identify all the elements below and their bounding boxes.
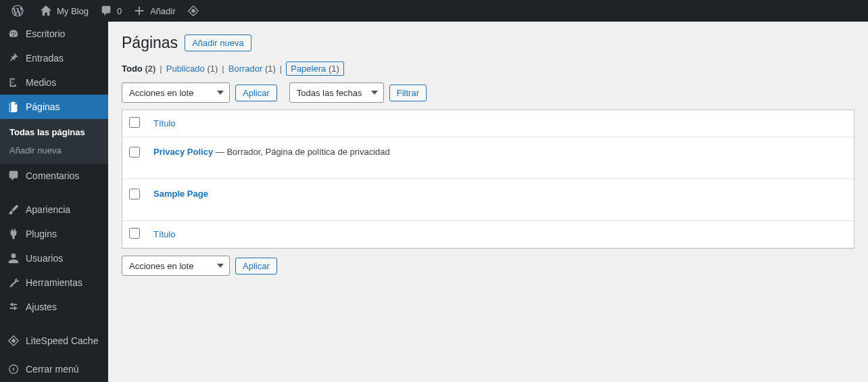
plus-icon [132,4,146,18]
collapse-icon [7,362,20,376]
menu-label: Herramientas [26,277,82,288]
menu-litespeed[interactable]: LiteSpeed Cache [0,329,108,353]
post-state: — Borrador, Página de política de privac… [213,147,390,157]
apply-button-bottom[interactable]: Aplicar [235,258,277,274]
menu-users[interactable]: Usuarios [0,246,108,270]
menu-label: Ajustes [26,302,57,312]
submenu-all-pages[interactable]: Todas las páginas [0,123,108,141]
menu-pages[interactable]: Páginas [0,95,108,119]
menu-label: Usuarios [26,253,63,264]
main-content: Páginas Añadir nueva Todo (2) | Publicad… [108,22,868,289]
add-new-button[interactable]: Añadir nueva [185,34,251,51]
menu-label: Entradas [26,53,64,64]
site-name-label: My Blog [57,6,89,16]
bulk-action-select-top[interactable]: Acciones en lote [122,82,230,103]
date-filter-select[interactable]: Todas las fechas [289,82,384,103]
menu-comments[interactable]: Comentarios [0,164,108,188]
filter-all[interactable]: Todo (2) [122,64,155,74]
filter-published[interactable]: Publicado (1) [166,64,218,74]
page-icon [7,100,20,114]
status-filters: Todo (2) | Publicado (1) | Borrador (1) … [122,62,854,76]
collapse-menu[interactable]: Cerrar menú [0,357,108,381]
table-row: Sample Page [122,179,854,221]
submenu-add-page[interactable]: Añadir nueva [0,141,108,160]
tablenav-bottom: Acciones en lote Aplicar [122,256,854,276]
menu-label: LiteSpeed Cache [26,335,98,346]
wp-logo-menu[interactable] [5,0,34,22]
filter-button[interactable]: Filtrar [389,85,427,101]
menu-posts[interactable]: Entradas [0,46,108,70]
pin-icon [7,51,20,65]
new-content-label: Añadir [150,6,176,16]
diamond-icon [187,4,200,18]
page-title: Páginas [122,34,178,52]
admin-sidebar: Escritorio Entradas Medios Páginas Todas… [0,22,108,382]
page-title-link[interactable]: Privacy Policy [153,147,213,157]
pages-table: Título Privacy Policy — Borrador, Página… [122,110,854,249]
menu-label: Medios [26,77,56,88]
menu-dashboard[interactable]: Escritorio [0,22,108,46]
menu-appearance[interactable]: Apariencia [0,197,108,222]
filter-draft[interactable]: Borrador (1) [228,64,276,74]
page-header: Páginas Añadir nueva [122,22,854,59]
litespeed-toolbar-icon[interactable] [181,0,210,22]
menu-settings[interactable]: Ajustes [0,295,108,319]
comment-icon [7,169,20,183]
brush-icon [7,203,20,216]
pages-submenu: Todas las páginas Añadir nueva [0,119,108,164]
home-icon [39,4,53,18]
admin-toolbar: My Blog 0 Añadir [0,0,868,22]
page-title-link[interactable]: Sample Page [153,189,208,199]
comments-link[interactable]: 0 [94,0,127,22]
tablenav-top: Acciones en lote Aplicar Todas las fecha… [122,82,854,103]
menu-label: Plugins [26,229,57,239]
select-all-footer [122,221,147,248]
menu-label: Comentarios [26,170,79,181]
comments-count: 0 [117,6,122,16]
table-row: Privacy Policy — Borrador, Página de pol… [122,137,854,179]
menu-plugins[interactable]: Plugins [0,222,108,246]
comment-icon [99,4,113,18]
menu-label: Escritorio [26,28,65,39]
filter-trash[interactable]: Papelera (1) [286,62,344,76]
menu-label: Páginas [26,101,60,112]
user-icon [7,252,20,265]
menu-media[interactable]: Medios [0,70,108,95]
diamond-icon [7,334,20,348]
column-title-footer[interactable]: Título [147,221,854,248]
apply-button-top[interactable]: Aplicar [235,85,277,101]
wordpress-icon [11,4,24,18]
select-all-checkbox-bottom[interactable] [129,228,140,239]
column-title-header[interactable]: Título [147,110,854,137]
dashboard-icon [7,27,20,41]
bulk-action-select-bottom[interactable]: Acciones en lote [122,256,230,276]
settings-icon [7,300,20,314]
site-name-link[interactable]: My Blog [34,0,94,22]
plug-icon [7,227,20,241]
row-checkbox[interactable] [129,147,140,158]
select-all-header [122,110,147,137]
collapse-label: Cerrar menú [26,364,79,375]
menu-label: Apariencia [26,204,70,215]
wrench-icon [7,276,20,289]
select-all-checkbox-top[interactable] [129,117,140,128]
new-content-link[interactable]: Añadir [127,0,181,22]
menu-tools[interactable]: Herramientas [0,270,108,295]
media-icon [7,76,20,89]
row-checkbox[interactable] [129,189,140,199]
